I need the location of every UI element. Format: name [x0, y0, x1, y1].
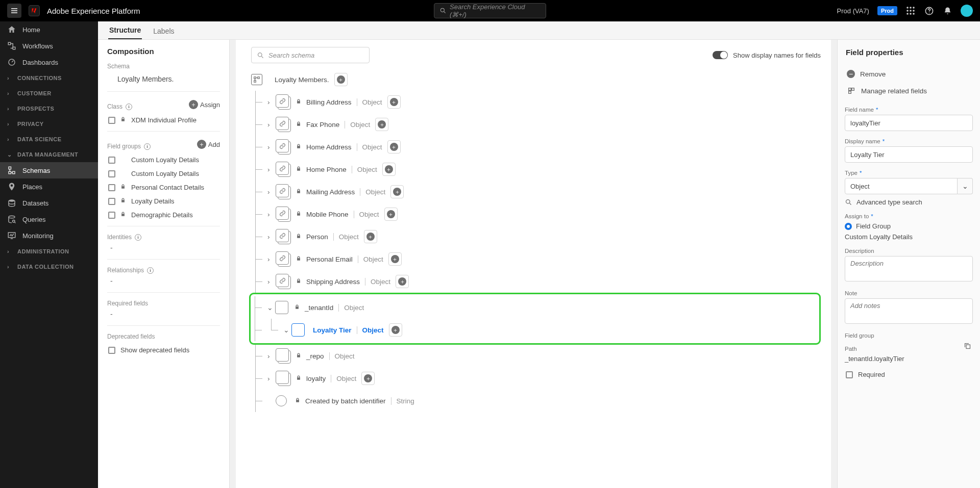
- checkbox[interactable]: [108, 117, 115, 124]
- nav-group-datascience[interactable]: ›DATA SCIENCE: [0, 132, 98, 147]
- checkbox[interactable]: [108, 184, 115, 191]
- chevron-right-icon[interactable]: ›: [267, 166, 273, 173]
- add-field-button[interactable]: ＋: [390, 185, 404, 198]
- fieldgroup-row[interactable]: Demographic Details: [107, 208, 220, 222]
- chevron-right-icon[interactable]: ›: [267, 375, 273, 382]
- tree-node[interactable]: › Fax Phone Object ＋: [251, 113, 821, 136]
- fieldgroup-radio[interactable]: Field Group: [845, 222, 973, 230]
- apps-icon[interactable]: [905, 6, 916, 16]
- add-field-button[interactable]: ＋: [387, 140, 401, 153]
- field-name-input[interactable]: [845, 115, 973, 131]
- nav-dashboards[interactable]: Dashboards: [0, 54, 98, 70]
- add-field-button[interactable]: ＋: [382, 163, 396, 176]
- checkbox[interactable]: [846, 371, 853, 378]
- checkbox[interactable]: [108, 198, 115, 205]
- tree-node[interactable]: › Mobile Phone Object ＋: [251, 203, 821, 225]
- menu-toggle[interactable]: [7, 4, 21, 18]
- required-checkbox-row[interactable]: Required: [845, 368, 973, 381]
- nav-schemas[interactable]: Schemas: [0, 162, 98, 178]
- chevron-right-icon[interactable]: ›: [267, 233, 273, 241]
- nav-home[interactable]: Home: [0, 21, 98, 38]
- info-icon[interactable]: i: [135, 234, 141, 241]
- bell-icon[interactable]: [942, 6, 952, 16]
- chevron-right-icon[interactable]: ›: [267, 121, 273, 129]
- advanced-type-search[interactable]: Advanced type search: [845, 198, 973, 206]
- add-field-button[interactable]: ＋: [361, 372, 375, 385]
- fieldgroup-row[interactable]: Loyalty Details: [107, 194, 220, 208]
- class-row[interactable]: XDM Individual Profile: [107, 113, 220, 127]
- chevron-right-icon[interactable]: ›: [267, 211, 273, 218]
- type-select[interactable]: Object ⌄: [845, 178, 973, 194]
- schema-search[interactable]: Search schema: [251, 47, 370, 63]
- chevron-right-icon[interactable]: ›: [267, 98, 273, 106]
- add-field-button[interactable]: ＋: [375, 118, 388, 131]
- tree-node[interactable]: › Home Address Object ＋: [251, 136, 821, 158]
- tree-node[interactable]: › Personal Email Object ＋: [251, 248, 821, 270]
- chevron-right-icon[interactable]: ›: [267, 278, 273, 286]
- nav-group-prospects[interactable]: ›PROSPECTS: [0, 101, 98, 116]
- tree-node[interactable]: › Person Object ＋: [251, 225, 821, 248]
- tree-node[interactable]: › Shipping Address Object ＋: [251, 270, 821, 293]
- chevron-down-icon[interactable]: ⌄: [267, 303, 272, 312]
- fieldgroup-row[interactable]: Custom Loyalty Details: [107, 167, 220, 181]
- nav-group-customer[interactable]: ›CUSTOMER: [0, 86, 98, 101]
- info-icon[interactable]: i: [126, 104, 132, 110]
- nav-queries[interactable]: Queries: [0, 211, 98, 227]
- add-field-button[interactable]: ＋: [388, 252, 402, 266]
- tree-node-loyalty[interactable]: › loyalty Object ＋: [251, 367, 821, 390]
- checkbox[interactable]: [108, 170, 115, 177]
- assign-class-button[interactable]: ＋Assign: [189, 100, 220, 109]
- remove-field-button[interactable]: − Remove: [845, 66, 973, 82]
- avatar[interactable]: [961, 5, 973, 17]
- nav-group-administration[interactable]: ›ADMINISTRATION: [0, 244, 98, 259]
- add-field-button[interactable]: ＋: [364, 230, 377, 243]
- add-field-button[interactable]: ＋: [334, 73, 348, 86]
- tree-node-created[interactable]: Created by batch identifier String: [251, 390, 821, 412]
- checkbox[interactable]: [108, 212, 115, 219]
- add-field-button[interactable]: ＋: [384, 208, 398, 221]
- display-name-input[interactable]: [845, 146, 973, 163]
- tree-node-tenant[interactable]: ⌄ _tenantId Object: [251, 296, 818, 319]
- tree-node-repo[interactable]: › _repo Object: [251, 345, 821, 367]
- description-input[interactable]: [845, 256, 973, 281]
- checkbox[interactable]: [108, 157, 115, 164]
- tree-node[interactable]: › Home Phone Object ＋: [251, 158, 821, 181]
- tab-structure[interactable]: Structure: [108, 22, 142, 39]
- fieldgroup-row[interactable]: Personal Contact Details: [107, 181, 220, 194]
- nav-group-privacy[interactable]: ›PRIVACY: [0, 116, 98, 132]
- nav-monitoring[interactable]: Monitoring: [0, 227, 98, 244]
- info-icon[interactable]: i: [147, 267, 154, 274]
- info-icon[interactable]: i: [144, 143, 151, 150]
- nav-group-data-management[interactable]: ⌄DATA MANAGEMENT: [0, 147, 98, 162]
- help-icon[interactable]: [924, 6, 934, 16]
- add-field-button[interactable]: ＋: [389, 323, 402, 337]
- chevron-right-icon[interactable]: ›: [267, 255, 273, 263]
- add-field-button[interactable]: ＋: [396, 275, 409, 288]
- chevron-right-icon[interactable]: ›: [267, 352, 273, 360]
- copy-icon[interactable]: [964, 342, 973, 351]
- global-search[interactable]: Search Experience Cloud (⌘+/): [434, 3, 546, 18]
- manage-related-button[interactable]: Manage related fields: [845, 82, 973, 99]
- show-deprecated-row[interactable]: Show deprecated fields: [107, 343, 220, 357]
- add-fieldgroup-button[interactable]: ＋Add: [197, 140, 220, 149]
- tree-node[interactable]: › Mailing Address Object ＋: [251, 181, 821, 203]
- tree-node[interactable]: › Billing Address Object ＋: [251, 91, 821, 113]
- chevron-down-icon[interactable]: ⌄: [958, 178, 973, 194]
- nav-group-data-collection[interactable]: ›DATA COLLECTION: [0, 259, 98, 274]
- tab-labels[interactable]: Labels: [152, 23, 175, 39]
- add-field-button[interactable]: ＋: [387, 95, 401, 109]
- note-input[interactable]: [845, 298, 973, 324]
- checkbox[interactable]: [108, 347, 115, 354]
- scrollbar[interactable]: [831, 40, 837, 488]
- nav-group-connections[interactable]: ›CONNECTIONS: [0, 70, 98, 86]
- chevron-right-icon[interactable]: ›: [267, 143, 273, 151]
- tree-node-loyalty-tier[interactable]: ⌄ Loyalty Tier Object ＋: [251, 319, 818, 341]
- fieldgroup-row[interactable]: Custom Loyalty Details: [107, 153, 220, 167]
- display-names-toggle[interactable]: [713, 51, 728, 59]
- nav-places[interactable]: Places: [0, 178, 98, 195]
- chevron-right-icon[interactable]: ›: [267, 188, 273, 196]
- scrollbar[interactable]: [230, 40, 236, 488]
- chevron-down-icon[interactable]: ⌄: [283, 326, 288, 334]
- tree-root[interactable]: Loyalty Members. ＋: [251, 68, 821, 91]
- nav-datasets[interactable]: Datasets: [0, 195, 98, 211]
